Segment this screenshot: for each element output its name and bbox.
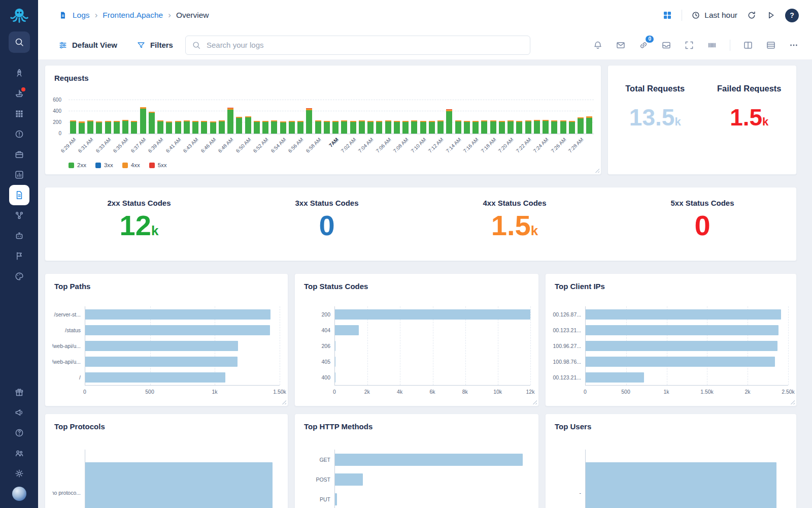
breadcrumb-application[interactable]: Frontend.Apache [103, 11, 163, 20]
legend-item-4xx[interactable]: 4xx [122, 162, 140, 168]
bar-segment-2xx [464, 122, 470, 134]
email-icon[interactable] [616, 40, 626, 50]
plot-column [334, 450, 530, 508]
sidebar-nav [9, 63, 29, 287]
sidebar-item-alerts[interactable] [9, 124, 29, 144]
bar-segment-2xx [315, 121, 321, 134]
top-http-methods-panel: Top HTTP Methods GETPOSTPUT [294, 414, 539, 508]
resize-handle[interactable] [790, 400, 795, 404]
bar-segment-2xx [262, 122, 268, 134]
category-labels: 200404206405400 [302, 306, 334, 397]
resize-handle[interactable] [532, 400, 537, 404]
sidebar-item-insights[interactable] [9, 165, 29, 185]
fullscreen-icon[interactable] [684, 40, 694, 50]
x-axis-label: 6:58 AM [304, 137, 322, 154]
sidebar-item-themes[interactable] [9, 266, 29, 287]
bar-slot [462, 100, 471, 134]
requests-chart [69, 100, 594, 134]
resize-handle[interactable] [595, 168, 599, 173]
status-card-title: 2xx Status Codes [45, 199, 233, 207]
gridline [530, 306, 531, 385]
stacked-bar [262, 121, 268, 134]
play-icon[interactable] [766, 10, 776, 20]
main-area: Logs › Frontend.Apache › Overview Last h… [38, 0, 812, 508]
coralogix-logo[interactable] [7, 4, 31, 28]
panel-title: Top Protocols [54, 422, 105, 431]
bars-area [85, 306, 280, 386]
stacked-bar [105, 121, 111, 134]
x-axis-label: 7AM [328, 137, 340, 148]
apps-grid-icon[interactable] [662, 10, 672, 20]
bar-row [85, 354, 280, 369]
automation-icon [14, 231, 24, 241]
filters-button[interactable]: Filters [137, 41, 173, 50]
category-label: 100.126.87... [553, 306, 581, 322]
sidebar-item-community[interactable] [9, 443, 29, 463]
bar-segment-2xx [446, 111, 452, 134]
legend-item-3xx[interactable]: 3xx [95, 162, 113, 168]
sidebar-item-help[interactable] [9, 423, 29, 443]
category-label: 405 [302, 354, 330, 369]
sidebar-item-flags[interactable] [9, 246, 29, 266]
sidebar-search-button[interactable] [9, 31, 30, 53]
table-view-icon[interactable] [766, 40, 776, 50]
bar [335, 341, 335, 351]
bar-row [85, 369, 280, 385]
themes-icon [14, 271, 24, 281]
plot-column: 02k4k6k8k10k12k [334, 306, 530, 397]
x-axis: 05001k1.50k2k2.50k [585, 386, 788, 397]
log-search[interactable] [185, 36, 530, 55]
status-card-value: 0 [608, 211, 796, 240]
x-axis-label: 7:22 AM [515, 137, 532, 154]
category-label: 100.123.21... [553, 322, 581, 338]
search-input[interactable] [206, 40, 524, 50]
sidebar-item-announcements[interactable] [9, 402, 29, 423]
bar-slot [279, 100, 287, 134]
sidebar-item-tracing[interactable] [9, 205, 29, 226]
help-button[interactable]: ? [785, 9, 799, 22]
x-tick-label: 8k [462, 389, 468, 395]
breadcrumb: Logs › Frontend.Apache › Overview [58, 10, 209, 20]
stacked-bar [429, 121, 435, 134]
stacked-bar [324, 121, 330, 134]
bar-segment-2xx [149, 113, 155, 134]
failed-requests-value: 1.5k [702, 106, 797, 129]
time-range-selector[interactable]: Last hour [691, 11, 737, 20]
y-axis: 0200400600 [45, 100, 65, 134]
breadcrumb-logs[interactable]: Logs [73, 11, 90, 20]
default-view-selector[interactable]: Default View [58, 41, 117, 50]
category-label: PUT [302, 489, 330, 508]
totals-panel: Total Requests 13.5k Failed Requests 1.5… [607, 65, 797, 175]
bar-row [335, 338, 530, 354]
legend-item-5xx[interactable]: 5xx [149, 162, 167, 168]
density-icon[interactable] [707, 40, 717, 50]
sidebar-item-automation[interactable] [9, 226, 29, 246]
sidebar-item-gift[interactable] [9, 382, 29, 402]
total-requests-label: Total Requests [608, 84, 702, 93]
legend-item-2xx[interactable]: 2xx [69, 162, 86, 168]
more-options-icon[interactable] [789, 40, 799, 50]
sidebar [0, 0, 38, 508]
x-tick-label: 1k [663, 389, 669, 395]
sidebar-item-settings[interactable] [9, 463, 29, 484]
bar-slot [331, 100, 340, 134]
x-axis-label: 6:39 AM [147, 137, 164, 154]
bar-segment-2xx [437, 121, 444, 134]
split-view-icon[interactable] [743, 40, 753, 50]
sidebar-item-dashboards[interactable] [9, 104, 29, 124]
sidebar-item-integrations[interactable] [9, 144, 29, 165]
alerts-bell-icon[interactable] [593, 40, 603, 50]
resize-handle[interactable] [282, 400, 286, 404]
sidebar-item-livetail[interactable] [9, 83, 29, 104]
category-label: 100.123.21... [553, 369, 581, 385]
share-link-button[interactable]: 0 [638, 40, 649, 50]
console-icon[interactable] [661, 40, 671, 50]
bar-segment-2xx [402, 122, 409, 134]
sidebar-item-rocket[interactable] [9, 63, 29, 83]
sidebar-item-logs[interactable] [9, 185, 29, 205]
stacked-bar [507, 120, 514, 134]
refresh-icon[interactable] [747, 10, 757, 20]
stacked-bar [490, 120, 496, 134]
sidebar-item-avatar[interactable] [9, 484, 29, 504]
x-tick-label: 4k [397, 389, 402, 395]
